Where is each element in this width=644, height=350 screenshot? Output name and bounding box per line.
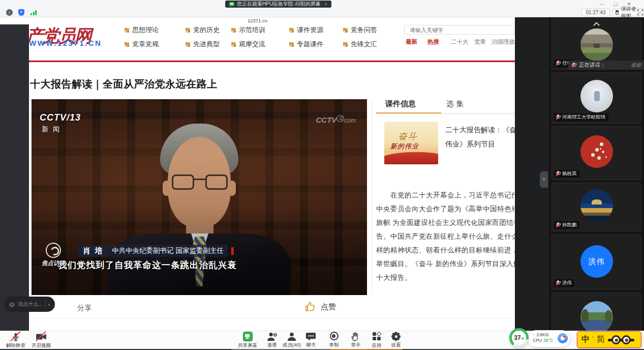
members-icon: [286, 332, 297, 341]
nav-grid-icon: [186, 42, 190, 47]
course-description-line: 十大报告。: [376, 273, 515, 282]
ime-punctuation[interactable]: °,: [592, 336, 595, 341]
nav-item[interactable]: 课件资源: [289, 25, 323, 35]
nav-grid-icon: [231, 42, 236, 47]
muted-mic-icon: [556, 61, 560, 66]
share-screen-button[interactable]: 共享屏幕: [235, 332, 260, 349]
muted-mic-icon: [556, 280, 560, 286]
raise-hand-button[interactable]: 举手: [346, 332, 366, 348]
tab-courseware-info[interactable]: 课件信息: [385, 99, 416, 109]
avatar: [580, 135, 613, 168]
record-icon: [328, 332, 340, 341]
pill-menu-icon[interactable]: ≡: [324, 2, 327, 7]
participant-name: 河南理工大学欧阳琰: [554, 113, 608, 121]
participant-tile[interactable]: 洪伟 洪伟: [551, 235, 641, 289]
tab-episodes[interactable]: 选 集: [446, 99, 464, 109]
mic-muted-icon: [10, 332, 21, 341]
video-player[interactable]: CCTV/13 新闻 CCTV清com 肖 培 中共中央纪委副书记 国家监委副主…: [32, 99, 367, 295]
meeting-titlebar: 您正在观看HPU应急学院-邱阳的屏幕 ≡ — □ ×: [0, 0, 644, 8]
search-input[interactable]: [404, 25, 514, 35]
participant-tile[interactable]: 河南理工大学欧阳琰: [551, 72, 641, 124]
minimize-button[interactable]: —: [600, 2, 604, 7]
cursor-bar: [231, 247, 234, 255]
course-description-line: 旗帜 为全面建设社会主义现代化国家而团结奋斗: [376, 218, 515, 227]
nav-item[interactable]: 观摩交流: [231, 40, 265, 49]
chevron-up-icon[interactable]: [593, 22, 600, 28]
chat-placeholder[interactable]: 说点什么...: [18, 301, 42, 308]
meeting-info-icon[interactable]: i: [6, 9, 13, 16]
record-button[interactable]: 录制: [324, 332, 344, 348]
layout-icon: [616, 10, 619, 15]
nav-grid-icon: [343, 28, 348, 33]
nav-grid-icon: [125, 28, 129, 33]
security-shield-icon[interactable]: +: [18, 9, 24, 16]
start-video-button[interactable]: 开启视频: [29, 332, 53, 349]
hot-word[interactable]: 二十大: [451, 38, 469, 46]
system-monitor-pill[interactable]: ↑3.8K/s CPU38°C: [528, 330, 570, 347]
hot-word[interactable]: 最新: [406, 38, 417, 46]
shared-webpage: 共产党员网 WWW.12371.CN 思想理论 党的历史 示范培训 课件资源 党…: [29, 24, 515, 331]
nav-item[interactable]: 党务问答: [343, 25, 377, 35]
nav-grid-icon: [289, 28, 294, 33]
nav-item[interactable]: 思想理论: [125, 25, 159, 35]
course-description-line: 在党的二十大开幕会上，习近平总书记代表: [376, 191, 515, 200]
program-logo-icon: [44, 241, 63, 260]
ime-simplified[interactable]: 简: [597, 334, 605, 345]
ime-mode-chinese[interactable]: 中: [581, 334, 590, 345]
settings-gear-icon: [390, 332, 402, 341]
site-domain[interactable]: WWW.12371.CN: [29, 39, 102, 47]
collapse-chat-icon[interactable]: ‹: [48, 301, 50, 307]
nav-item[interactable]: 党章党规: [125, 40, 159, 49]
article-title: 十大报告解读｜全面从严治党永远在路上: [30, 77, 218, 91]
participants-sidebar: 任华 正在讲话： 河南理工大学欧阳琰 杨桂英 孙凯鹏 洪伟 洪伟: [549, 17, 644, 331]
raise-hand-icon: [350, 332, 361, 341]
cctv-watermark: CCTV清com: [316, 115, 356, 125]
sidebar-collapse-handle[interactable]: ›: [540, 171, 548, 188]
course-description-line: 举世瞩目。《奋斗 新的伟业》系列节目深入解读: [376, 259, 515, 269]
notification-dot: [563, 335, 566, 338]
monitor-app-icon[interactable]: [558, 333, 568, 343]
hot-word[interactable]: 热搜: [427, 38, 439, 46]
nav-item[interactable]: 示范培训: [231, 25, 265, 35]
hot-word[interactable]: 治国理政: [492, 38, 515, 46]
hot-word[interactable]: 党章: [474, 38, 486, 46]
nav-grid-icon: [343, 42, 348, 47]
watching-label: 您正在观看HPU应急学院-邱阳的屏幕: [237, 1, 320, 8]
maximize-button[interactable]: □: [614, 1, 618, 7]
unmute-button[interactable]: 解除静音: [4, 332, 27, 349]
nav-grid-icon: [289, 42, 294, 47]
share-button[interactable]: 分享: [77, 304, 91, 313]
quick-chat-bar[interactable]: ☺ 说点什么... ‹: [4, 297, 55, 312]
participant-tile[interactable]: [551, 293, 641, 331]
cpu-temp: 38°C: [543, 338, 553, 343]
course-thumbnail[interactable]: 奋斗 新的伟业: [384, 122, 438, 164]
nav-item[interactable]: 专题课件: [289, 40, 323, 49]
browser-url-bar: 12371.cn: [0, 17, 515, 24]
fullscreen-button[interactable]: [637, 9, 643, 16]
participant-tile[interactable]: 孙凯鹏: [551, 183, 641, 231]
apps-button[interactable]: 应用: [366, 332, 387, 349]
participant-tile[interactable]: 杨桂英: [551, 126, 641, 180]
voov-watermark-icon: [632, 63, 641, 67]
performance-gauge[interactable]: 37%: [509, 328, 529, 347]
avatar: [580, 80, 613, 112]
emoji-icon[interactable]: ☺: [8, 300, 15, 308]
meeting-header: [0, 8, 644, 17]
nav-item[interactable]: 先锋文汇: [343, 40, 377, 49]
cpu-label: CPU: [533, 338, 542, 343]
settings-button[interactable]: 设置: [386, 332, 406, 348]
network-signal-icon[interactable]: [30, 9, 38, 16]
nav-item[interactable]: 先进典型: [186, 40, 220, 49]
video-subtitle: 我们党找到了自我革命这一条跳出治乱兴衰: [58, 259, 237, 271]
chat-button[interactable]: 聊天: [301, 332, 321, 348]
input-method-bar[interactable]: 中 °, 简: [577, 331, 641, 348]
members-button[interactable]: 成员(40): [280, 332, 303, 348]
camera-off-icon: [36, 332, 47, 341]
nav-item[interactable]: 党的历史: [186, 25, 220, 35]
muted-mic-icon: [556, 222, 560, 228]
participant-name: 杨桂英: [554, 170, 579, 178]
courseware-panel: 课件信息 选 集 奋斗 新的伟业 二十大报告解读：《奋 伟业》系列节目 在党的二…: [376, 99, 515, 323]
like-button[interactable]: 点赞: [304, 301, 336, 313]
avatar: 洪伟: [580, 245, 613, 278]
speaking-indicator-bar: 正在讲话：: [568, 61, 644, 70]
